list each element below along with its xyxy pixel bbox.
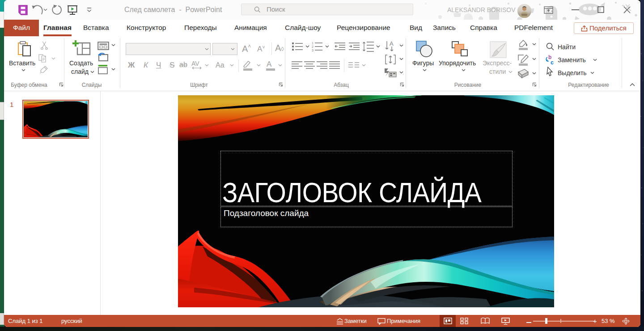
svg-text:A: A bbox=[390, 40, 394, 47]
svg-text:AV: AV bbox=[191, 60, 199, 67]
svg-text:2: 2 bbox=[312, 45, 314, 48]
svg-text:1: 1 bbox=[312, 42, 314, 45]
svg-text:A: A bbox=[267, 60, 272, 68]
svg-text:c: c bbox=[551, 59, 554, 65]
svg-text:3: 3 bbox=[312, 49, 314, 52]
